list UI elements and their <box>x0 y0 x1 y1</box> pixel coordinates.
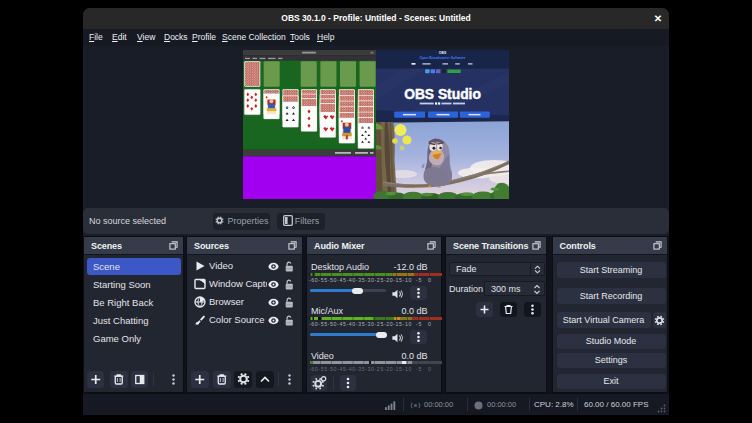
svg-text:OBS Studio: OBS Studio <box>404 87 481 102</box>
svg-text:Open Broadcaster Software: Open Broadcaster Software <box>419 56 465 60</box>
